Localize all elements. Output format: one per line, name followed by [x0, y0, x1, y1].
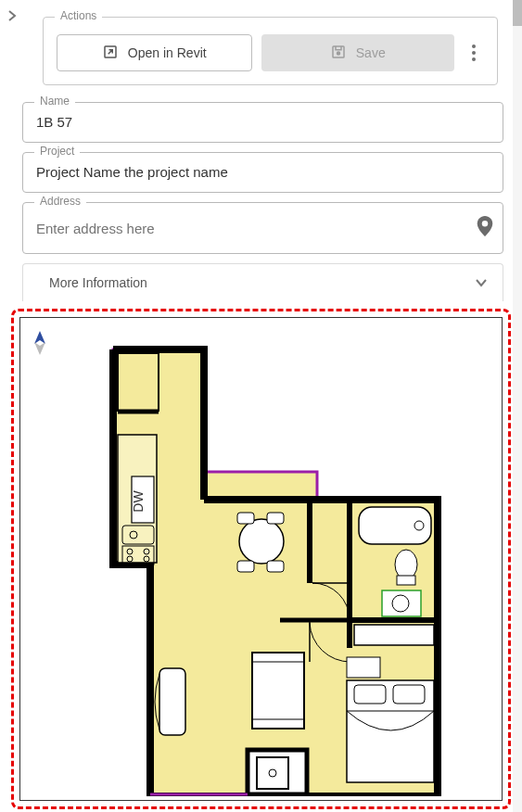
- dishwasher-label: DW: [131, 490, 146, 513]
- svg-rect-19: [237, 513, 254, 524]
- svg-point-4: [472, 51, 476, 55]
- svg-rect-37: [347, 680, 434, 782]
- svg-rect-21: [237, 561, 254, 572]
- svg-point-5: [472, 57, 476, 61]
- svg-point-18: [239, 519, 284, 564]
- svg-rect-36: [354, 625, 434, 645]
- svg-rect-47: [257, 757, 288, 789]
- address-label: Address: [34, 195, 86, 208]
- scrollbar-track[interactable]: [513, 0, 522, 812]
- svg-point-6: [482, 221, 488, 226]
- north-arrow-icon: [32, 329, 48, 361]
- save-label: Save: [356, 45, 386, 60]
- svg-point-32: [395, 550, 417, 579]
- map-marker-icon[interactable]: [475, 214, 495, 242]
- actions-fieldset: Actions Open in Revit: [43, 17, 498, 85]
- save-button[interactable]: Save: [261, 34, 455, 71]
- scrollbar-thumb[interactable]: [513, 0, 522, 26]
- name-field: Name: [22, 102, 503, 143]
- svg-rect-41: [347, 657, 380, 678]
- floorplan-viewport[interactable]: DW: [19, 317, 503, 801]
- floorplan-drawing: DW: [104, 342, 456, 796]
- svg-rect-43: [252, 653, 304, 729]
- more-information-accordion[interactable]: More Information: [22, 263, 503, 301]
- svg-rect-34: [382, 590, 421, 616]
- svg-rect-30: [359, 507, 431, 544]
- panel-collapse-caret[interactable]: [7, 9, 17, 25]
- name-input[interactable]: [36, 114, 490, 130]
- open-in-revit-label: Open in Revit: [128, 45, 207, 60]
- svg-rect-42: [159, 668, 185, 735]
- open-in-revit-button[interactable]: Open in Revit: [57, 34, 252, 71]
- floorplan-selection-frame: DW: [11, 309, 511, 809]
- svg-point-2: [337, 52, 339, 55]
- svg-point-3: [472, 44, 476, 48]
- actions-legend: Actions: [55, 9, 102, 22]
- project-field: Project: [22, 152, 503, 193]
- svg-rect-20: [267, 513, 284, 524]
- project-input[interactable]: [36, 164, 490, 180]
- chevron-down-icon: [475, 275, 488, 290]
- more-information-label: More Information: [49, 275, 147, 290]
- name-label: Name: [34, 95, 75, 108]
- save-icon: [330, 44, 347, 63]
- address-field: Address: [22, 202, 503, 254]
- open-external-icon: [102, 44, 119, 63]
- address-input[interactable]: [36, 221, 475, 236]
- more-actions-menu-button[interactable]: [464, 44, 484, 61]
- svg-rect-22: [267, 561, 284, 572]
- project-label: Project: [34, 145, 80, 158]
- svg-rect-33: [397, 576, 415, 585]
